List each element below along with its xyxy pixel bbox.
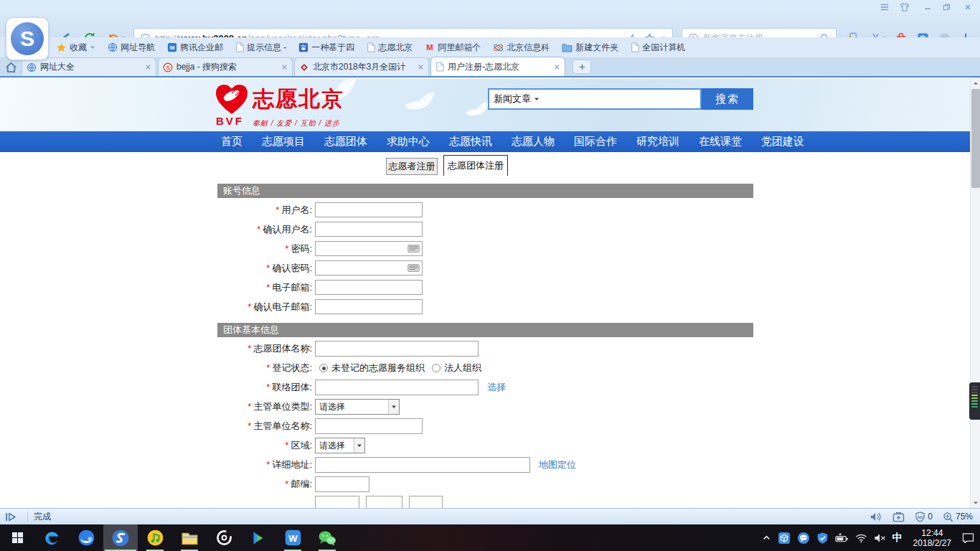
nav-item[interactable]: 求助中心 [387, 135, 430, 149]
select-caret[interactable] [388, 400, 399, 414]
input-language-indicator[interactable]: 中 [892, 532, 903, 545]
select-box[interactable]: 请选择 [315, 399, 400, 415]
text-input[interactable] [315, 496, 359, 508]
radio-circle[interactable] [432, 364, 440, 372]
scroll-up-button[interactable] [971, 77, 980, 88]
menu-button[interactable] [877, 1, 892, 12]
taskbar-item-media-ring[interactable] [207, 524, 241, 551]
input-field[interactable] [316, 380, 478, 395]
text-input[interactable] [315, 476, 369, 492]
text-input[interactable] [315, 457, 530, 473]
password-input[interactable] [315, 241, 423, 256]
article-type-dropdown[interactable]: 新闻文章 [489, 93, 540, 105]
taskbar-item-wechat[interactable] [310, 524, 344, 551]
taskbar-item-qq-browser[interactable] [69, 524, 103, 551]
ad-filter-badge[interactable]: AD 0 [915, 512, 933, 522]
bookmark-item[interactable]: 志愿北京 [367, 42, 413, 54]
nav-item[interactable]: 党团建设 [761, 135, 804, 149]
browser-tab[interactable]: 用户注册-志愿北京 [430, 57, 565, 76]
tab-close-button[interactable] [145, 64, 151, 70]
bookmark-item[interactable]: 新建文件夹 [562, 42, 618, 54]
input-field[interactable] [316, 477, 369, 491]
text-input[interactable] [315, 280, 423, 295]
scroll-down-button[interactable] [971, 497, 980, 508]
bookmark-item[interactable]: 一种基于四 [298, 42, 354, 54]
nav-item[interactable]: 志愿团体 [324, 135, 367, 149]
close-button[interactable] [960, 1, 976, 12]
bookmark-item[interactable]: 收藏 [56, 42, 95, 54]
nav-item[interactable]: 研究培训 [636, 135, 679, 149]
text-input[interactable] [315, 222, 423, 237]
tab-close-button[interactable] [418, 64, 424, 70]
nav-item[interactable]: 在线课堂 [699, 135, 742, 149]
sidebar-toggle-button[interactable] [0, 512, 22, 522]
tab-org-register[interactable]: 志愿团体注册 [443, 155, 508, 176]
restore-button[interactable] [938, 1, 954, 12]
side-widget[interactable] [969, 382, 980, 420]
bookmark-item[interactable]: 提示信息 - [235, 42, 286, 54]
keyboard-icon[interactable] [407, 264, 420, 272]
taskbar-item-edge[interactable] [34, 524, 69, 551]
tab-volunteer-register[interactable]: 志愿者注册 [386, 158, 438, 175]
notification-center-button[interactable] [962, 532, 974, 543]
select-caret[interactable] [354, 438, 364, 453]
text-input[interactable] [315, 299, 423, 314]
bookmark-item[interactable]: M腾讯企业邮 [167, 42, 223, 54]
taskbar-item-file-explorer[interactable] [172, 524, 207, 551]
page-scrollbar[interactable] [970, 77, 980, 508]
taskbar-item-sogou-browser[interactable] [103, 524, 138, 551]
tray-cube-icon[interactable] [778, 532, 791, 545]
keyboard-icon[interactable] [407, 245, 420, 253]
tray-expand-button[interactable] [762, 533, 771, 542]
input-field[interactable] [316, 261, 422, 275]
password-input[interactable] [315, 260, 423, 276]
radio-option[interactable]: 未登记的志愿服务组织 [319, 362, 425, 375]
select-box[interactable]: 请选择 [315, 438, 365, 453]
input-field[interactable] [316, 300, 422, 314]
input-field[interactable] [316, 458, 529, 472]
battery-icon[interactable] [835, 533, 849, 543]
text-input[interactable] [315, 202, 423, 217]
input-field[interactable] [316, 222, 422, 236]
input-field[interactable] [316, 203, 422, 217]
search-button[interactable]: 搜索 [702, 88, 753, 110]
sound-button[interactable] [870, 512, 882, 522]
bookmark-item[interactable]: 北京信息科 [493, 42, 550, 54]
zoom-control[interactable]: 75% [943, 512, 973, 522]
text-input[interactable] [315, 380, 479, 395]
tray-shield-icon[interactable] [816, 532, 829, 545]
input-field[interactable] [316, 281, 422, 294]
choose-link[interactable]: 选择 [487, 381, 506, 394]
bookmark-item[interactable]: 全国计算机 [631, 42, 685, 54]
nav-item[interactable]: 志愿快讯 [449, 135, 492, 149]
scroll-thumb[interactable] [971, 89, 980, 188]
taskbar-item-wps-writer[interactable]: W [275, 524, 310, 551]
nav-item[interactable]: 国际合作 [574, 135, 617, 149]
map-locate-link[interactable]: 地图定位 [539, 458, 576, 471]
new-tab-button[interactable] [573, 60, 591, 74]
nav-item[interactable]: 志愿人物 [512, 135, 555, 149]
minimize-button[interactable] [920, 1, 936, 12]
browser-tab[interactable]: Sbejja - 搜狗搜索 [158, 57, 293, 76]
bookmark-item[interactable]: M阿里邮箱个 [425, 42, 481, 54]
wifi-icon[interactable] [855, 533, 867, 543]
input-field[interactable] [316, 419, 422, 433]
text-input[interactable] [409, 496, 443, 508]
text-input[interactable] [315, 418, 423, 434]
volume-muted-icon[interactable] [874, 533, 886, 543]
tab-close-button[interactable] [281, 64, 288, 70]
input-field[interactable] [316, 242, 422, 255]
browser-tab[interactable]: 北京市2018年3月全国计 [294, 57, 429, 76]
tab-close-button[interactable] [554, 64, 560, 70]
input-field[interactable] [316, 342, 478, 356]
taskbar-item-qq-music[interactable] [138, 524, 172, 551]
nav-item[interactable]: 志愿项目 [262, 135, 305, 149]
sogou-logo-badge[interactable]: S [6, 17, 49, 60]
nav-item[interactable]: 首页 [221, 135, 242, 149]
taskbar-clock[interactable]: 12:44 2018/2/27 [913, 528, 951, 548]
text-input[interactable] [366, 496, 402, 508]
taskbar-item-tencent-video[interactable] [241, 524, 275, 551]
header-search-box[interactable]: 新闻文章 [488, 88, 702, 110]
radio-option[interactable]: 法人组织 [432, 362, 481, 375]
toolbox-button[interactable] [892, 512, 905, 522]
